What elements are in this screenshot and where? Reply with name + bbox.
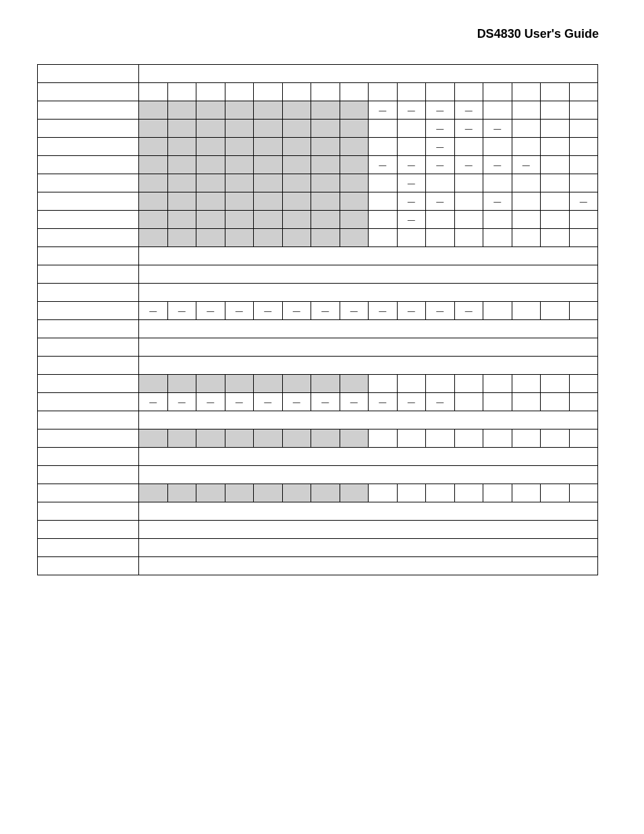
table-cell xyxy=(483,83,512,101)
table-cell xyxy=(483,138,512,156)
table-cell: — xyxy=(426,120,455,138)
table-cell xyxy=(483,211,512,229)
table-cell xyxy=(340,138,369,156)
table-cell: — xyxy=(397,302,426,320)
table-cell xyxy=(569,302,598,320)
table-row xyxy=(38,521,598,539)
table-cell xyxy=(139,192,168,211)
table-cell xyxy=(254,192,283,211)
table-row xyxy=(38,357,598,375)
table-cell: — xyxy=(311,302,340,320)
row-name xyxy=(38,484,139,502)
table-cell xyxy=(139,357,598,375)
row-name xyxy=(38,357,139,375)
table-row xyxy=(38,411,598,429)
table-cell xyxy=(541,375,570,393)
table-cell: — xyxy=(512,156,541,174)
table-cell xyxy=(569,229,598,247)
table-row xyxy=(38,539,598,557)
table-cell: — xyxy=(340,393,369,411)
table-cell xyxy=(311,229,340,247)
table-row xyxy=(38,429,598,448)
table-row xyxy=(38,229,598,247)
table-cell: — xyxy=(454,120,483,138)
table-cell xyxy=(196,192,225,211)
table-cell xyxy=(541,192,570,211)
table-row xyxy=(38,247,598,265)
table-cell xyxy=(340,120,369,138)
table-cell xyxy=(282,138,311,156)
table-cell: — xyxy=(254,302,283,320)
table-cell xyxy=(512,120,541,138)
table-cell: — xyxy=(340,302,369,320)
table-cell xyxy=(139,466,598,484)
table-cell xyxy=(139,484,168,502)
table-cell xyxy=(254,156,283,174)
table-cell xyxy=(369,120,398,138)
table-cell xyxy=(512,429,541,448)
table-cell xyxy=(512,302,541,320)
row-name xyxy=(38,247,139,265)
table-cell xyxy=(139,229,168,247)
row-name xyxy=(38,229,139,247)
table-cell xyxy=(569,120,598,138)
table-row: —————— xyxy=(38,156,598,174)
table-cell xyxy=(225,429,254,448)
table-row xyxy=(38,320,598,338)
table-row: ———— xyxy=(38,192,598,211)
table-cell xyxy=(483,174,512,192)
table-cell xyxy=(139,83,168,101)
table-cell xyxy=(196,375,225,393)
table-cell xyxy=(282,120,311,138)
table-row xyxy=(38,484,598,502)
table-cell: — xyxy=(397,393,426,411)
table-cell xyxy=(311,156,340,174)
table-cell xyxy=(225,101,254,120)
table-row: — xyxy=(38,138,598,156)
table-cell xyxy=(483,229,512,247)
table-cell xyxy=(369,174,398,192)
table-cell xyxy=(225,83,254,101)
table-cell xyxy=(454,83,483,101)
table-cell xyxy=(167,192,196,211)
table-cell xyxy=(369,83,398,101)
table-cell xyxy=(426,429,455,448)
row-name xyxy=(38,393,139,411)
page-title: DS4830 User's Guide xyxy=(37,27,607,41)
row-name xyxy=(38,101,139,120)
table-cell: — xyxy=(397,101,426,120)
table-cell xyxy=(139,211,168,229)
table-cell xyxy=(569,101,598,120)
table-cell xyxy=(397,375,426,393)
table-cell xyxy=(311,101,340,120)
table-cell xyxy=(167,120,196,138)
table-cell xyxy=(397,138,426,156)
table-cell xyxy=(196,83,225,101)
table-cell: — xyxy=(426,101,455,120)
table-cell xyxy=(541,484,570,502)
table-cell xyxy=(569,393,598,411)
table-cell: — xyxy=(397,156,426,174)
table-cell xyxy=(483,375,512,393)
table-cell xyxy=(282,174,311,192)
table-cell xyxy=(569,138,598,156)
table-cell xyxy=(541,101,570,120)
table-cell: — xyxy=(254,393,283,411)
row-name xyxy=(38,338,139,357)
table-cell xyxy=(282,192,311,211)
table-cell: — xyxy=(483,156,512,174)
table-cell xyxy=(282,375,311,393)
table-cell xyxy=(569,83,598,101)
table-row xyxy=(38,448,598,466)
table-cell xyxy=(139,101,168,120)
table-cell xyxy=(483,393,512,411)
table-cell xyxy=(282,211,311,229)
table-cell xyxy=(311,484,340,502)
table-cell xyxy=(454,174,483,192)
table-cell xyxy=(340,429,369,448)
table-cell xyxy=(196,101,225,120)
table-cell xyxy=(225,120,254,138)
row-name xyxy=(38,539,139,557)
table-cell xyxy=(569,375,598,393)
table-cell xyxy=(541,229,570,247)
